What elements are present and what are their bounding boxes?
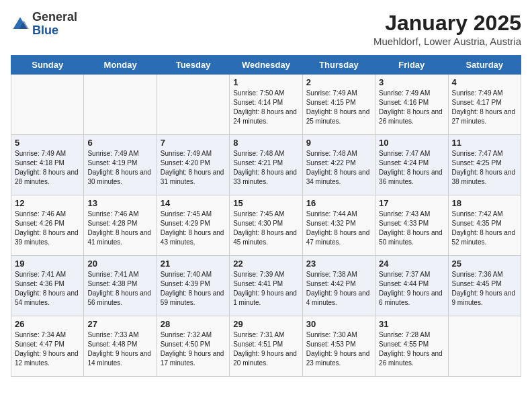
calendar-cell: 15Sunrise: 7:45 AM Sunset: 4:30 PM Dayli… [230, 195, 302, 256]
weekday-row: Sunday Monday Tuesday Wednesday Thursday… [11, 56, 521, 75]
calendar-week-row: 19Sunrise: 7:41 AM Sunset: 4:36 PM Dayli… [11, 256, 521, 316]
calendar-cell: 23Sunrise: 7:38 AM Sunset: 4:42 PM Dayli… [302, 256, 375, 316]
calendar-cell: 20Sunrise: 7:41 AM Sunset: 4:38 PM Dayli… [84, 256, 157, 316]
logo-icon [11, 15, 30, 34]
day-number: 10 [379, 138, 444, 148]
day-detail: Sunrise: 7:49 AM Sunset: 4:19 PM Dayligh… [87, 149, 152, 187]
calendar-cell: 12Sunrise: 7:46 AM Sunset: 4:26 PM Dayli… [11, 195, 84, 256]
day-number: 30 [306, 319, 371, 329]
day-detail: Sunrise: 7:38 AM Sunset: 4:42 PM Dayligh… [306, 270, 371, 308]
day-detail: Sunrise: 7:46 AM Sunset: 4:26 PM Dayligh… [15, 210, 80, 247]
day-number: 20 [87, 259, 152, 269]
day-number: 21 [161, 259, 226, 269]
calendar-cell: 2Sunrise: 7:49 AM Sunset: 4:15 PM Daylig… [302, 75, 375, 135]
day-number: 2 [306, 77, 371, 87]
calendar-cell: 1Sunrise: 7:50 AM Sunset: 4:14 PM Daylig… [230, 75, 302, 135]
calendar-cell: 28Sunrise: 7:32 AM Sunset: 4:50 PM Dayli… [157, 316, 229, 377]
calendar-cell: 27Sunrise: 7:33 AM Sunset: 4:48 PM Dayli… [84, 316, 157, 377]
calendar-cell: 22Sunrise: 7:39 AM Sunset: 4:41 PM Dayli… [230, 256, 302, 316]
header-thursday: Thursday [302, 56, 375, 75]
day-detail: Sunrise: 7:36 AM Sunset: 4:45 PM Dayligh… [452, 270, 517, 308]
logo-blue: Blue [32, 24, 77, 38]
calendar-cell: 11Sunrise: 7:47 AM Sunset: 4:25 PM Dayli… [448, 135, 521, 195]
calendar-cell: 16Sunrise: 7:44 AM Sunset: 4:32 PM Dayli… [302, 195, 375, 256]
calendar-week-row: 1Sunrise: 7:50 AM Sunset: 4:14 PM Daylig… [11, 75, 521, 135]
day-detail: Sunrise: 7:41 AM Sunset: 4:36 PM Dayligh… [15, 270, 80, 308]
day-detail: Sunrise: 7:43 AM Sunset: 4:33 PM Dayligh… [379, 210, 444, 247]
day-number: 6 [87, 138, 152, 148]
day-number: 23 [306, 259, 371, 269]
calendar-cell: 7Sunrise: 7:49 AM Sunset: 4:20 PM Daylig… [157, 135, 229, 195]
day-detail: Sunrise: 7:39 AM Sunset: 4:41 PM Dayligh… [233, 270, 298, 308]
day-number: 7 [161, 138, 226, 148]
calendar-cell: 5Sunrise: 7:49 AM Sunset: 4:18 PM Daylig… [11, 135, 84, 195]
day-number: 15 [233, 198, 298, 208]
header-monday: Monday [84, 56, 157, 75]
day-number: 25 [452, 259, 517, 269]
day-number: 24 [379, 259, 444, 269]
day-number: 29 [233, 319, 298, 329]
day-number: 3 [379, 77, 444, 87]
calendar-cell: 26Sunrise: 7:34 AM Sunset: 4:47 PM Dayli… [11, 316, 84, 377]
day-number: 28 [161, 319, 226, 329]
calendar-cell: 21Sunrise: 7:40 AM Sunset: 4:39 PM Dayli… [157, 256, 229, 316]
calendar-cell: 9Sunrise: 7:48 AM Sunset: 4:22 PM Daylig… [302, 135, 375, 195]
calendar-subtitle: Muehldorf, Lower Austria, Austria [373, 36, 521, 47]
header-sunday: Sunday [11, 56, 84, 75]
header-wednesday: Wednesday [230, 56, 302, 75]
calendar-cell: 25Sunrise: 7:36 AM Sunset: 4:45 PM Dayli… [448, 256, 521, 316]
day-detail: Sunrise: 7:33 AM Sunset: 4:48 PM Dayligh… [87, 330, 152, 368]
calendar-cell: 29Sunrise: 7:31 AM Sunset: 4:51 PM Dayli… [230, 316, 302, 377]
calendar-cell: 4Sunrise: 7:49 AM Sunset: 4:17 PM Daylig… [448, 75, 521, 135]
day-detail: Sunrise: 7:32 AM Sunset: 4:50 PM Dayligh… [161, 330, 226, 368]
day-detail: Sunrise: 7:49 AM Sunset: 4:20 PM Dayligh… [161, 149, 226, 187]
calendar-week-row: 26Sunrise: 7:34 AM Sunset: 4:47 PM Dayli… [11, 316, 521, 377]
day-detail: Sunrise: 7:47 AM Sunset: 4:25 PM Dayligh… [452, 149, 517, 187]
day-number: 26 [15, 319, 80, 329]
day-number: 12 [15, 198, 80, 208]
day-number: 5 [15, 138, 80, 148]
header-tuesday: Tuesday [157, 56, 229, 75]
calendar-cell: 10Sunrise: 7:47 AM Sunset: 4:24 PM Dayli… [375, 135, 448, 195]
calendar-cell: 30Sunrise: 7:30 AM Sunset: 4:53 PM Dayli… [302, 316, 375, 377]
day-number: 17 [379, 198, 444, 208]
day-detail: Sunrise: 7:46 AM Sunset: 4:28 PM Dayligh… [87, 210, 152, 247]
calendar-cell: 17Sunrise: 7:43 AM Sunset: 4:33 PM Dayli… [375, 195, 448, 256]
calendar-title: January 2025 [373, 11, 521, 36]
calendar-cell: 14Sunrise: 7:45 AM Sunset: 4:29 PM Dayli… [157, 195, 229, 256]
day-detail: Sunrise: 7:34 AM Sunset: 4:47 PM Dayligh… [15, 330, 80, 368]
day-detail: Sunrise: 7:30 AM Sunset: 4:53 PM Dayligh… [306, 330, 371, 368]
day-number: 19 [15, 259, 80, 269]
day-number: 1 [233, 77, 298, 87]
logo-general: General [32, 11, 77, 24]
day-number: 8 [233, 138, 298, 148]
day-number: 16 [306, 198, 371, 208]
day-detail: Sunrise: 7:41 AM Sunset: 4:38 PM Dayligh… [87, 270, 152, 308]
calendar-cell [448, 316, 521, 377]
logo: General Blue [11, 11, 77, 38]
header-saturday: Saturday [448, 56, 521, 75]
day-number: 18 [452, 198, 517, 208]
calendar-table: Sunday Monday Tuesday Wednesday Thursday… [11, 55, 521, 377]
day-detail: Sunrise: 7:37 AM Sunset: 4:44 PM Dayligh… [379, 270, 444, 308]
day-number: 9 [306, 138, 371, 148]
day-detail: Sunrise: 7:49 AM Sunset: 4:16 PM Dayligh… [379, 89, 444, 126]
day-detail: Sunrise: 7:45 AM Sunset: 4:29 PM Dayligh… [161, 210, 226, 247]
day-detail: Sunrise: 7:50 AM Sunset: 4:14 PM Dayligh… [233, 89, 298, 126]
calendar-cell: 19Sunrise: 7:41 AM Sunset: 4:36 PM Dayli… [11, 256, 84, 316]
day-number: 31 [379, 319, 444, 329]
day-detail: Sunrise: 7:40 AM Sunset: 4:39 PM Dayligh… [161, 270, 226, 308]
day-detail: Sunrise: 7:28 AM Sunset: 4:55 PM Dayligh… [379, 330, 444, 368]
day-detail: Sunrise: 7:42 AM Sunset: 4:35 PM Dayligh… [452, 210, 517, 247]
logo-text: General Blue [32, 11, 77, 38]
calendar-cell [11, 75, 84, 135]
calendar-cell: 13Sunrise: 7:46 AM Sunset: 4:28 PM Dayli… [84, 195, 157, 256]
day-detail: Sunrise: 7:31 AM Sunset: 4:51 PM Dayligh… [233, 330, 298, 368]
header-friday: Friday [375, 56, 448, 75]
day-detail: Sunrise: 7:44 AM Sunset: 4:32 PM Dayligh… [306, 210, 371, 247]
calendar-cell [157, 75, 229, 135]
page-header: General Blue January 2025 Muehldorf, Low… [11, 11, 521, 47]
calendar-cell: 18Sunrise: 7:42 AM Sunset: 4:35 PM Dayli… [448, 195, 521, 256]
day-detail: Sunrise: 7:49 AM Sunset: 4:17 PM Dayligh… [452, 89, 517, 126]
calendar-cell: 8Sunrise: 7:48 AM Sunset: 4:21 PM Daylig… [230, 135, 302, 195]
